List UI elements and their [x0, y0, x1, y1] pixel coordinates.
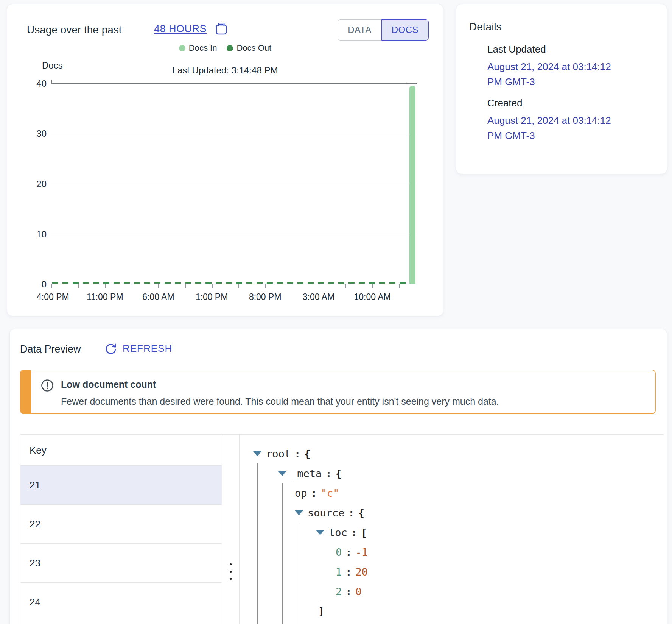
- tree-row-schema: schema : "public": [240, 621, 664, 624]
- chart-legend: Docs In Docs Out: [7, 43, 443, 53]
- y-tick-label: 20: [18, 179, 47, 189]
- key-row-22[interactable]: 22: [20, 505, 222, 544]
- key-row-24[interactable]: 24: [20, 583, 222, 622]
- x-tick-label: 11:00 PM: [87, 292, 123, 302]
- open-brace: {: [336, 468, 342, 479]
- resize-handle-icon[interactable]: [230, 563, 232, 580]
- legend-item-docs-in: Docs In: [179, 43, 217, 53]
- toggle-docs-button[interactable]: DOCS: [381, 19, 429, 41]
- usage-chart-plot: [51, 83, 417, 284]
- docs-out-dot-icon: [227, 45, 233, 51]
- tree-row-loc-2: 2 : 0: [240, 582, 664, 601]
- key-column-header: Key: [20, 435, 222, 466]
- json-tree-panel: root : { _meta : { op : "c" source :: [240, 434, 664, 624]
- tree-index: 1: [336, 566, 342, 578]
- detail-value-line1: August 21, 2024 at 03:14:12: [487, 115, 611, 126]
- tree-key: op: [295, 487, 307, 499]
- detail-label: Last Updated: [487, 44, 654, 55]
- tree-number-value: 0: [356, 586, 362, 597]
- y-tick-label: 0: [18, 279, 47, 290]
- detail-label: Created: [487, 97, 654, 109]
- tree-row-loc-close: ]: [240, 601, 664, 621]
- x-tick-label: 3:00 AM: [303, 292, 334, 302]
- tree-number-value: 20: [356, 566, 368, 578]
- tree-number-value: -1: [356, 546, 368, 558]
- legend-label: Docs In: [189, 43, 217, 53]
- tree-index: 2: [336, 586, 342, 597]
- tree-row-source: source : {: [240, 503, 664, 523]
- detail-value-line2: PM GMT-3: [487, 76, 535, 87]
- x-tick-label: 6:00 AM: [142, 292, 174, 302]
- tree-key: _meta: [291, 468, 322, 479]
- docs-in-dot-icon: [179, 45, 185, 51]
- json-tree: root : { _meta : { op : "c" source :: [240, 444, 664, 624]
- tree-index: 0: [336, 546, 342, 558]
- panel-divider: [222, 434, 240, 624]
- toggle-data-button[interactable]: DATA: [338, 19, 381, 41]
- warning-accent-bar: [21, 370, 31, 413]
- open-brace: {: [358, 507, 364, 519]
- tree-string-value: "c": [321, 487, 339, 499]
- y-tick-label: 10: [18, 229, 47, 240]
- chart-last-updated: Last Updated: 3:14:48 PM: [7, 65, 443, 76]
- refresh-icon: [104, 342, 117, 355]
- warning-title: Low document count: [61, 379, 156, 390]
- key-row-21[interactable]: 21: [20, 466, 222, 505]
- detail-value-line2: PM GMT-3: [487, 130, 535, 141]
- tree-key: root: [266, 448, 291, 460]
- tree-row-root: root : {: [240, 444, 664, 463]
- collapse-icon[interactable]: [253, 451, 261, 456]
- collapse-icon[interactable]: [295, 510, 303, 515]
- legend-item-docs-out: Docs Out: [227, 43, 271, 53]
- legend-label: Docs Out: [236, 43, 271, 53]
- chart-x-axis-line: [51, 284, 417, 284]
- low-document-count-warning: Low document count Fewer documents than …: [20, 370, 656, 414]
- tree-key: source: [308, 507, 345, 519]
- data-preview-title: Data Preview: [20, 343, 81, 355]
- warning-icon: [40, 379, 54, 392]
- x-axis-labels: 4:00 PM 11:00 PM 6:00 AM 1:00 PM 8:00 PM…: [51, 292, 417, 303]
- open-brace: {: [304, 448, 310, 460]
- docs-out-zero-series: [52, 282, 409, 284]
- tree-row-loc-1: 1 : 20: [240, 562, 664, 582]
- tree-row-op: op : "c": [240, 483, 664, 503]
- chart-top-axis-line: [51, 83, 417, 84]
- collapse-icon[interactable]: [316, 530, 324, 535]
- close-bracket: ]: [318, 605, 324, 617]
- detail-last-updated: Last Updated August 21, 2024 at 03:14:12…: [487, 44, 654, 89]
- tree-row-loc-0: 0 : -1: [240, 542, 664, 562]
- x-tick-label: 1:00 PM: [196, 292, 228, 302]
- y-tick-label: 40: [18, 78, 47, 89]
- refresh-button[interactable]: REFRESH: [104, 342, 172, 355]
- warning-body: Fewer documents than desired were found.…: [61, 396, 499, 407]
- usage-card: Usage over the past 48 HOURS DATA DOCS D…: [7, 4, 443, 316]
- docs-in-spike-bar: [409, 86, 415, 284]
- refresh-label: REFRESH: [123, 343, 172, 354]
- collapse-icon[interactable]: [278, 471, 286, 476]
- y-tick-label: 30: [18, 128, 47, 139]
- x-tick-label: 10:00 AM: [354, 292, 390, 302]
- calendar-icon[interactable]: [215, 22, 228, 36]
- key-row-23[interactable]: 23: [20, 544, 222, 583]
- usage-title: Usage over the past: [27, 24, 122, 36]
- data-preview-card: Data Preview REFRESH Low document count …: [9, 329, 667, 624]
- open-bracket: [: [361, 527, 367, 538]
- details-card: Details Last Updated August 21, 2024 at …: [456, 4, 667, 174]
- tree-key: loc: [329, 527, 347, 538]
- detail-created: Created August 21, 2024 at 03:14:12 PM G…: [487, 97, 654, 143]
- x-tick-label: 8:00 PM: [249, 292, 282, 302]
- key-table: Key 21 22 23 24: [20, 434, 222, 624]
- detail-value-line1: August 21, 2024 at 03:14:12: [487, 61, 611, 72]
- range-link[interactable]: 48 HOURS: [154, 23, 207, 35]
- x-tick-label: 4:00 PM: [37, 292, 69, 302]
- details-title: Details: [469, 21, 502, 33]
- data-docs-toggle: DATA DOCS: [338, 19, 429, 41]
- tree-row-meta: _meta : {: [240, 463, 664, 483]
- tree-row-loc: loc : [: [240, 523, 664, 542]
